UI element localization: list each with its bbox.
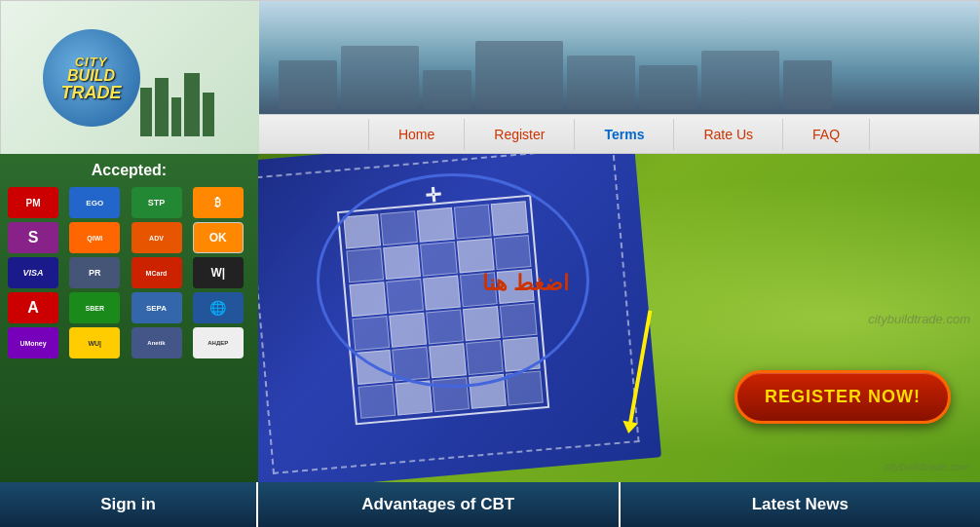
building-5 (203, 93, 214, 136)
logo-city: CITY (61, 56, 122, 68)
payment-stp: STP (132, 187, 182, 218)
bp-cell (420, 242, 458, 277)
tab-signin[interactable]: Sign in (0, 482, 258, 527)
bp-cell (343, 213, 381, 248)
bp-grid (337, 195, 549, 426)
payment-alfab: A (8, 292, 58, 323)
sidebar: Accepted: PM EGO STP ₿ S QIWI ADV OK VIS… (0, 154, 258, 482)
payment-pr: PR (69, 257, 120, 288)
bp-cell (494, 235, 532, 270)
payment-anetik: Anetik (132, 327, 182, 358)
logo-trade: TRADE (61, 84, 122, 101)
blueprint-building: ✛ (337, 195, 549, 426)
bp-cell (395, 380, 433, 415)
bp-cell (429, 343, 467, 378)
logo-build: BUILD (61, 68, 122, 84)
bp-cell (386, 279, 424, 314)
bottom-tabs: Sign in Advantages of CBT Latest News (0, 482, 980, 527)
payment-sepa: SEPA (132, 292, 182, 323)
payment-pm: PM (8, 187, 58, 218)
nav-home[interactable]: Home (368, 119, 465, 150)
arabic-text: اضغط هنا (482, 271, 569, 296)
bp-cell (346, 247, 384, 282)
payment-visa: VISA (8, 257, 58, 288)
payment-ok: OK (193, 222, 244, 253)
header-image (259, 1, 979, 114)
blueprint-inner: ✛ (258, 154, 640, 474)
payment-btc: ₿ (193, 187, 244, 218)
bp-cell (432, 377, 470, 412)
nav-rateus[interactable]: Rate Us (674, 119, 783, 150)
payment-wu: WU| (69, 327, 120, 358)
payment-globe: 🌐 (193, 292, 244, 323)
bp-cell (352, 316, 390, 351)
payment-skrill: S (8, 222, 58, 253)
payment-ander: АНДЕР (193, 327, 244, 358)
bp-cell (392, 347, 430, 382)
nav-faq[interactable]: FAQ (783, 119, 870, 150)
nav-terms[interactable]: Terms (575, 119, 674, 150)
hero-area: ✛ (258, 154, 980, 482)
payment-ego: EGO (69, 187, 120, 218)
building-2 (155, 78, 169, 136)
bp-cell (503, 337, 541, 372)
logo-buildings (140, 68, 218, 136)
tab-cbt[interactable]: Advantages of CBT (258, 482, 621, 527)
payment-grid: PM EGO STP ₿ S QIWI ADV OK VISA PR MCard… (8, 187, 250, 358)
building-1 (140, 88, 152, 136)
logo-area: CITY BUILD TRADE (1, 1, 259, 155)
payment-qiwi: QIWI (69, 222, 120, 253)
bp-cell (457, 238, 495, 273)
blueprint-page: ✛ (258, 154, 661, 482)
nav-register[interactable]: Register (465, 119, 575, 150)
bp-cell (466, 340, 504, 375)
bp-cell (454, 205, 492, 240)
bp-cell (358, 384, 396, 419)
watermark-bottom: citybuildtrade.com (884, 461, 970, 472)
logo-box: CITY BUILD TRADE (43, 19, 218, 136)
payment-sber: SBER (69, 292, 120, 323)
main-area: Accepted: PM EGO STP ₿ S QIWI ADV OK VIS… (0, 154, 980, 482)
bp-cell (349, 282, 387, 317)
city-aerial (259, 1, 979, 114)
bp-cell (469, 374, 507, 409)
header: CITY BUILD TRADE (0, 0, 980, 154)
nav-bar: Home Register Terms Rate Us FAQ (259, 114, 979, 153)
tab-news[interactable]: Latest News (621, 482, 981, 527)
bp-cell (417, 207, 455, 243)
bp-cell (506, 371, 544, 406)
logo-circle: CITY BUILD TRADE (43, 29, 140, 127)
logo-text: CITY BUILD TRADE (61, 56, 122, 101)
bp-cell (500, 303, 538, 338)
payment-mc: MCard (132, 257, 182, 288)
bp-cell (383, 245, 421, 280)
register-now-button[interactable]: REGISTER NOW! (735, 370, 951, 424)
header-right: Home Register Terms Rate Us FAQ (259, 1, 979, 153)
payment-wm: W| (193, 257, 244, 288)
building-3 (171, 97, 181, 136)
bp-cell (389, 313, 427, 348)
payment-adv: ADV (132, 222, 182, 253)
bp-cell (380, 210, 418, 245)
bp-cell (426, 309, 464, 344)
watermark-top: citybuildtrade.com (868, 311, 970, 325)
bp-cell (355, 350, 393, 385)
payment-umoney: UMoney (8, 327, 58, 358)
bp-cell (491, 201, 529, 236)
building-4 (184, 73, 200, 136)
accepted-title: Accepted: (8, 162, 250, 179)
bp-cell (423, 276, 461, 311)
bp-cell (463, 306, 501, 341)
